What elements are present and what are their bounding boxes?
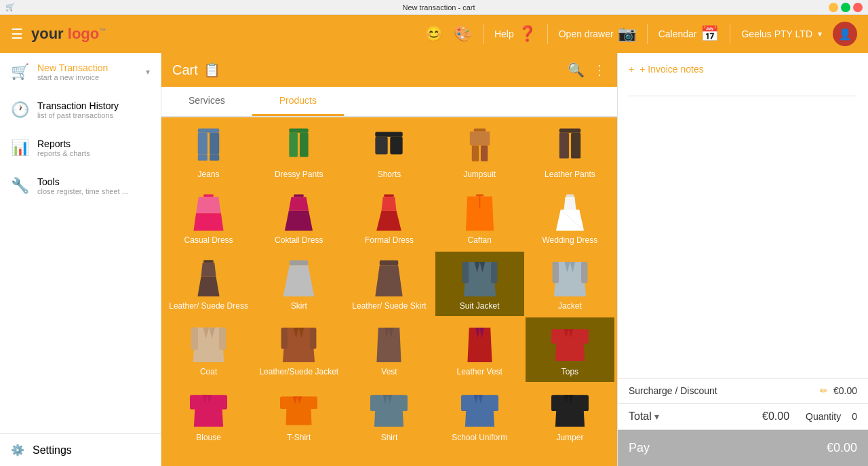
tab-services[interactable]: Services [161, 87, 252, 116]
surcharge-edit-icon[interactable]: ✏ [820, 385, 828, 396]
cart-more-icon[interactable]: ⋮ [593, 62, 606, 78]
product-cell-caftan[interactable]: Caftan [435, 186, 524, 250]
calendar-label: Calendar [658, 28, 697, 39]
product-cell-leather-pants[interactable]: Leather Pants [526, 120, 614, 185]
tools-icon: 🔧 [11, 177, 29, 195]
product-label-leather-vest: Leather Vest [457, 367, 502, 376]
product-cell-school-uniform[interactable]: School Uniform [435, 383, 524, 448]
product-img-blouse [189, 389, 229, 430]
product-cell-vest[interactable]: Vest [344, 317, 433, 382]
svg-marker-22 [289, 197, 309, 211]
product-label-dressy-pants: Dressy Pants [275, 170, 323, 179]
user-icon: 👤 [838, 28, 852, 41]
products-scroll[interactable]: JeansDressy PantsShortsJumpsuitLeather P… [161, 117, 617, 466]
product-label-formal-dress: Formal Dress [365, 235, 414, 245]
minimize-button[interactable] [829, 3, 838, 12]
product-cell-tops[interactable]: Tops [526, 317, 614, 382]
product-img-vest [369, 324, 410, 364]
product-cell-leather-suede-dress[interactable]: Leather/ Suede Dress [164, 252, 253, 316]
product-img-casual-dress [189, 192, 229, 233]
svg-rect-44 [462, 262, 468, 283]
sidebar-item-settings[interactable]: ⚙️ Settings [0, 434, 161, 466]
svg-rect-95 [551, 395, 559, 411]
product-cell-dressy-pants[interactable]: Dressy Pants [254, 120, 343, 185]
product-img-leather-pants [549, 126, 590, 167]
cart-search-icon[interactable]: 🔍 [568, 62, 585, 78]
cart-icon: 🛒 [11, 63, 29, 81]
product-cell-leather-suede-jacket[interactable]: Leather/Suede Jacket [254, 317, 343, 382]
product-cell-leather-vest[interactable]: Leather Vest [435, 317, 524, 382]
product-cell-jumper[interactable]: Jumper [526, 383, 614, 448]
product-img-caftan [459, 192, 500, 233]
product-img-leather-suede-skirt [369, 258, 410, 298]
svg-rect-91 [490, 395, 498, 411]
svg-rect-75 [190, 395, 198, 409]
product-label-skirt: Skirt [291, 301, 307, 311]
total-row: Total ▾ €0.00 Quantity 0 [618, 404, 868, 430]
product-cell-jacket[interactable]: Jacket [526, 252, 614, 316]
svg-rect-14 [481, 146, 488, 161]
user-avatar[interactable]: 👤 [833, 22, 857, 46]
svg-rect-34 [203, 260, 214, 263]
product-cell-t-shirt[interactable]: T-Shirt [254, 383, 343, 448]
tools-sub: close register, time sheet ... [37, 187, 150, 195]
invoice-notes-input[interactable] [629, 80, 857, 96]
product-cell-shorts[interactable]: Shorts [344, 120, 433, 185]
product-cell-leather-suede-skirt[interactable]: Leather/ Suede Skirt [344, 252, 433, 316]
product-img-leather-suede-dress [189, 258, 229, 298]
svg-rect-30 [566, 194, 574, 196]
sidebar-bottom: ⚙️ Settings [0, 433, 161, 466]
product-cell-wedding-dress[interactable]: Wedding Dress [526, 186, 614, 250]
svg-rect-70 [551, 329, 559, 343]
titlebar-icon: 🛒 [5, 3, 15, 12]
sidebar: 🛒 New Transaction start a new invoice ▾ … [0, 53, 161, 466]
pay-label: Pay [629, 441, 650, 455]
product-label-wedding-dress: Wedding Dress [542, 235, 597, 245]
calendar-button[interactable]: Calendar 📅 [658, 25, 719, 43]
svg-rect-55 [219, 328, 226, 350]
help-button[interactable]: Help ❓ [494, 25, 536, 43]
reports-sub: reports & charts [37, 149, 150, 157]
product-label-t-shirt: T-Shirt [287, 433, 311, 442]
menu-icon[interactable]: ☰ [11, 26, 23, 42]
header-divider-1 [483, 24, 484, 44]
open-drawer-button[interactable]: Open drawer 📷 [559, 25, 636, 43]
tab-products[interactable]: Products [252, 87, 344, 116]
emoji-smile-button[interactable]: 😊 [425, 25, 443, 43]
product-cell-coktail-dress[interactable]: Coktail Dress [254, 186, 343, 250]
product-img-wedding-dress [549, 192, 590, 233]
product-cell-jumpsuit[interactable]: Jumpsuit [435, 120, 524, 185]
maximize-button[interactable] [841, 3, 850, 12]
product-label-leather-suede-jacket: Leather/Suede Jacket [259, 367, 338, 376]
sidebar-item-reports[interactable]: 📊 Reports reports & charts [0, 129, 161, 167]
svg-rect-1 [198, 133, 208, 154]
product-label-jacket: Jacket [558, 301, 582, 311]
total-chevron-icon[interactable]: ▾ [654, 411, 659, 422]
product-cell-casual-dress[interactable]: Casual Dress [164, 186, 253, 250]
pay-button[interactable]: Pay €0.00 [618, 430, 868, 466]
help-icon: ❓ [518, 25, 536, 43]
product-img-t-shirt [279, 389, 319, 430]
svg-rect-15 [559, 129, 580, 133]
sidebar-item-transaction-history[interactable]: 🕐 Transaction History list of past trans… [0, 91, 161, 129]
svg-rect-9 [376, 137, 388, 155]
product-cell-shirt[interactable]: Shirt [344, 383, 433, 448]
emoji-palette-button[interactable]: 🎨 [454, 25, 472, 43]
sidebar-item-new-transaction[interactable]: 🛒 New Transaction start a new invoice ▾ [0, 53, 161, 91]
close-button[interactable] [853, 3, 863, 12]
product-cell-suit-jacket[interactable]: Suit Jacket [435, 252, 524, 316]
user-menu-button[interactable]: Geelus PTY LTD ▾ [741, 28, 822, 39]
product-cell-jeans[interactable]: Jeans [164, 120, 253, 185]
product-label-suit-jacket: Suit Jacket [460, 301, 500, 311]
sidebar-item-tools[interactable]: 🔧 Tools close register, time sheet ... [0, 167, 161, 205]
calendar-icon: 📅 [701, 25, 719, 43]
product-cell-formal-dress[interactable]: Formal Dress [344, 186, 433, 250]
svg-rect-54 [191, 328, 198, 350]
product-cell-skirt[interactable]: Skirt [254, 252, 343, 316]
product-cell-coat[interactable]: Coat [164, 317, 253, 382]
svg-rect-2 [210, 133, 219, 154]
titlebar-title: New transaction - cart [15, 3, 863, 12]
header-icons: 😊 🎨 Help ❓ Open drawer 📷 Calendar 📅 Geel… [425, 22, 857, 46]
product-cell-blouse[interactable]: Blouse [164, 383, 253, 448]
product-img-jacket [549, 258, 590, 298]
